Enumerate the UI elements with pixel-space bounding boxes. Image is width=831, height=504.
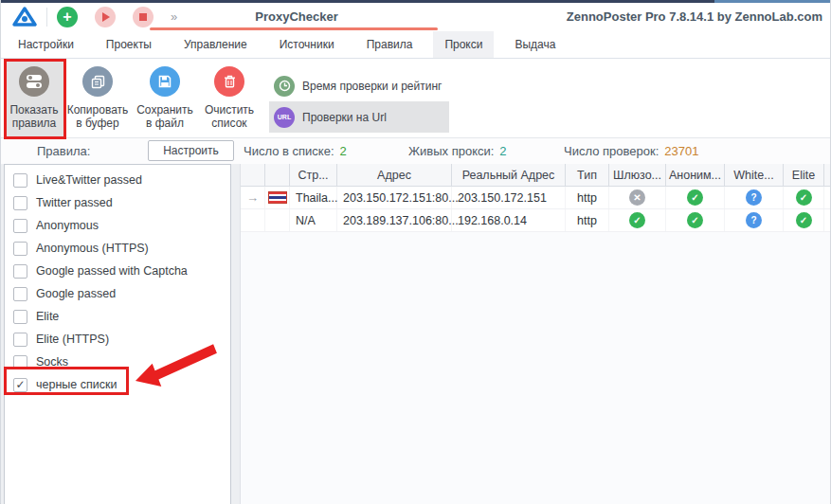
filter-blacklists[interactable]: черные списки	[5, 373, 230, 396]
header-anonymous[interactable]: Аноним...	[666, 164, 725, 186]
filter-live-twitter-passed[interactable]: Live&Twitter passed	[5, 169, 230, 191]
tab-output[interactable]: Выдача	[503, 31, 567, 58]
filter-google-passed-captcha[interactable]: Google passed with Captcha	[5, 260, 230, 282]
filter-anonymous-https[interactable]: Anonymous (HTTPS)	[5, 237, 230, 260]
filter-label: Live&Twitter passed	[36, 173, 142, 187]
url-icon: URL	[274, 107, 295, 128]
checkbox[interactable]	[13, 242, 27, 256]
alive-proxies-stat: Живых прокси:2	[408, 138, 507, 164]
toolbar-toggles: Время проверки и рейтинг URL Проверки на…	[269, 60, 449, 133]
filter-anonymous[interactable]: Anonymous	[5, 214, 230, 237]
stop-icon	[139, 13, 147, 21]
copy-icon	[82, 66, 113, 97]
tab-proxy[interactable]: Прокси	[433, 31, 494, 58]
header-elite[interactable]: Elite	[784, 164, 824, 186]
proxy-toolbar: Показатьправила Копироватьв буфер Сохран…	[1, 60, 830, 138]
address-cell: 203.150.172.151:80...	[337, 187, 452, 208]
checkbox[interactable]	[13, 173, 27, 188]
address-cell: 203.189.137.106:80...	[337, 209, 452, 231]
show-rules-button[interactable]: Показатьправила	[4, 60, 64, 138]
url-checks-label: Проверки на Url	[302, 111, 387, 124]
proxychecker-window: + » ProxyChecker ZennoPoster Pro 7.8.14.…	[0, 0, 831, 504]
type-cell: http	[566, 209, 609, 231]
header-country[interactable]: Стр...	[290, 164, 337, 186]
tab-management[interactable]: Управление	[172, 31, 259, 58]
table-row[interactable]: N/A 203.189.137.106:80... 192.168.0.14 h…	[241, 209, 830, 232]
play-button[interactable]	[95, 7, 116, 27]
rules-filter-panel: Live&Twitter passed Twitter passed Anony…	[4, 164, 231, 504]
header-address[interactable]: Адрес	[337, 164, 452, 186]
status-unknown-icon	[746, 189, 762, 206]
elite-cell	[784, 187, 824, 208]
header-gateway[interactable]: Шлюзо...	[609, 164, 666, 186]
save-to-file-label: Сохранитьв файл	[136, 103, 193, 130]
filter-google-passed[interactable]: Google passed	[5, 282, 230, 305]
tab-sources[interactable]: Источники	[268, 31, 346, 58]
toolbar-overflow-chevron-icon[interactable]: »	[171, 9, 175, 24]
list-count-stat: Число в списке:2	[244, 138, 347, 164]
clear-list-button[interactable]: Очиститьсписок	[199, 60, 260, 130]
active-window-tab-underline	[150, 27, 438, 30]
checkbox[interactable]	[13, 219, 27, 233]
configure-button[interactable]: Настроить	[148, 140, 234, 161]
rules-label: Правила:	[37, 138, 90, 164]
checkbox[interactable]	[13, 287, 27, 301]
checkbox[interactable]	[13, 196, 27, 210]
stop-button[interactable]	[133, 7, 154, 27]
elite-cell	[784, 209, 824, 231]
copy-to-clipboard-label: Копироватьв буфер	[67, 103, 129, 130]
status-ok-icon	[796, 212, 812, 228]
check-time-rating-label: Время проверки и рейтинг	[302, 80, 442, 93]
country-cell: N/A	[290, 209, 337, 231]
save-to-file-button[interactable]: Сохранитьв файл	[131, 60, 199, 130]
header-real-address[interactable]: Реальный Адрес	[452, 164, 566, 186]
status-unknown-icon	[746, 212, 762, 228]
check-time-rating-toggle[interactable]: Время проверки и рейтинг	[269, 70, 449, 101]
header-flag[interactable]	[265, 164, 290, 186]
checks-count-value: 23701	[664, 144, 698, 158]
header-indicator[interactable]	[241, 164, 265, 186]
alive-proxies-value: 2	[499, 144, 506, 158]
checks-count-stat: Число проверок:23701	[564, 138, 698, 164]
status-ok-icon	[687, 212, 703, 228]
filter-label: Elite (HTTPS)	[36, 333, 109, 346]
filter-elite[interactable]: Elite	[5, 305, 230, 328]
save-icon	[150, 66, 180, 97]
url-checks-toggle[interactable]: URL Проверки на Url	[269, 101, 449, 133]
checkbox[interactable]	[13, 333, 27, 347]
app-version-title: ZennoPoster Pro 7.8.14.1 by ZennoLab.com	[567, 3, 822, 30]
filter-label: Anonymous (HTTPS)	[36, 242, 149, 255]
header-whitelist[interactable]: White...	[725, 164, 784, 186]
checkbox[interactable]	[13, 310, 27, 324]
header-type[interactable]: Тип	[566, 164, 609, 186]
trash-icon	[214, 66, 244, 97]
clear-list-label: Очиститьсписок	[205, 103, 254, 130]
checkbox[interactable]	[13, 355, 27, 369]
clock-icon	[274, 76, 295, 97]
checkbox[interactable]	[13, 378, 27, 392]
filter-twitter-passed[interactable]: Twitter passed	[5, 191, 230, 214]
tab-projects[interactable]: Проекты	[95, 31, 163, 58]
checkbox[interactable]	[13, 264, 27, 279]
filter-elite-https[interactable]: Elite (HTTPS)	[5, 328, 230, 351]
window-tab-proxychecker[interactable]: ProxyChecker	[235, 3, 358, 30]
filter-label: Socks	[36, 355, 68, 369]
add-button[interactable]: +	[57, 7, 78, 27]
content-area: Live&Twitter passed Twitter passed Anony…	[1, 164, 830, 504]
list-count-value: 2	[340, 144, 347, 158]
copy-to-clipboard-button[interactable]: Копироватьв буфер	[64, 60, 131, 130]
tab-settings[interactable]: Настройки	[7, 31, 85, 58]
table-row[interactable]: → Thaila... 203.150.172.151:80... 203.15…	[241, 187, 830, 209]
proxy-table: Стр... Адрес Реальный Адрес Тип Шлюзо...…	[240, 164, 830, 504]
tab-rules[interactable]: Правила	[355, 31, 425, 58]
thailand-flag-icon	[268, 191, 287, 204]
stats-bar: Правила: Настроить Число в списке:2 Живы…	[1, 138, 830, 164]
filter-socks[interactable]: Socks	[5, 351, 230, 373]
header-spacer	[824, 164, 830, 186]
anonymous-cell	[666, 209, 725, 231]
proxy-table-header: Стр... Адрес Реальный Адрес Тип Шлюзо...…	[241, 164, 830, 187]
play-icon	[102, 12, 110, 22]
anonymous-cell	[666, 187, 725, 208]
toolbar-separator	[46, 8, 47, 27]
zennoposter-logo-icon	[12, 7, 37, 27]
